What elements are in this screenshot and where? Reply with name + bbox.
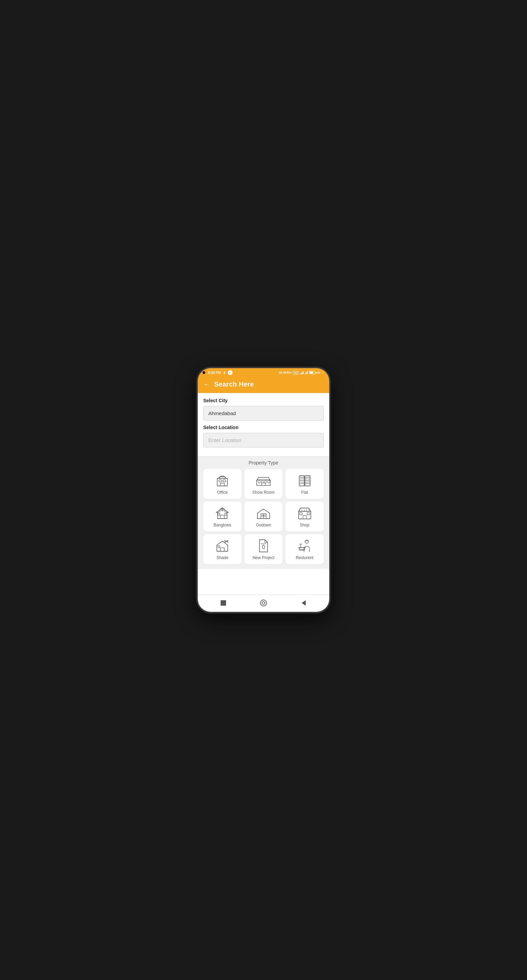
svg-rect-22 bbox=[220, 515, 224, 519]
city-input[interactable] bbox=[203, 406, 324, 421]
phone-frame: 8:00 PM ⬇ P 18.3KB/s 4G bbox=[197, 368, 330, 612]
property-card-newproject[interactable]: New Project bbox=[244, 534, 283, 564]
newproject-icon bbox=[256, 540, 271, 552]
property-card-godown[interactable]: Godown bbox=[244, 501, 283, 531]
svg-rect-15 bbox=[303, 482, 304, 484]
back-button[interactable]: ← bbox=[203, 380, 210, 388]
download-icon: ⬇ bbox=[223, 371, 226, 375]
property-card-shop[interactable]: Shop bbox=[285, 501, 324, 531]
svg-rect-14 bbox=[300, 482, 302, 484]
shade-icon bbox=[215, 540, 230, 552]
svg-rect-1 bbox=[219, 480, 221, 482]
svg-rect-11 bbox=[303, 477, 304, 479]
property-card-resturent[interactable]: Resturent bbox=[285, 534, 324, 564]
showroom-label: Show Room bbox=[252, 490, 274, 495]
property-card-office[interactable]: Office bbox=[203, 469, 242, 499]
svg-rect-33 bbox=[307, 513, 310, 515]
banglows-label: Banglows bbox=[213, 523, 231, 527]
property-type-section: Property Type bbox=[198, 457, 329, 569]
form-section: Select City Select Location bbox=[198, 393, 329, 456]
svg-rect-29 bbox=[264, 515, 265, 517]
nav-square-button[interactable] bbox=[218, 598, 228, 608]
svg-rect-10 bbox=[300, 477, 302, 479]
battery-icon: 44 ⚡ bbox=[309, 371, 325, 374]
property-type-label: Property Type bbox=[203, 460, 324, 466]
office-icon bbox=[215, 474, 230, 487]
shade-label: Shade bbox=[217, 555, 228, 560]
app-title: Search Here bbox=[214, 380, 254, 388]
phone-screen: 8:00 PM ⬇ P 18.3KB/s 4G bbox=[198, 368, 329, 612]
godown-icon bbox=[256, 507, 271, 519]
wifi-icon bbox=[305, 371, 308, 374]
svg-rect-18 bbox=[306, 480, 307, 481]
svg-rect-32 bbox=[299, 513, 302, 515]
location-label: Select Location bbox=[203, 425, 324, 430]
shop-label: Shop bbox=[300, 523, 309, 527]
svg-rect-17 bbox=[309, 477, 310, 479]
svg-rect-5 bbox=[261, 480, 263, 483]
svg-rect-6 bbox=[264, 480, 267, 483]
property-card-banglows[interactable]: Banglows bbox=[203, 501, 242, 531]
svg-rect-19 bbox=[309, 480, 310, 481]
resturent-label: Resturent bbox=[296, 555, 314, 560]
svg-rect-3 bbox=[257, 480, 270, 485]
property-card-flat[interactable]: Flat bbox=[285, 469, 324, 499]
status-right: 18.3KB/s 4G bbox=[279, 371, 325, 375]
flat-icon bbox=[297, 474, 312, 487]
svg-marker-48 bbox=[302, 600, 306, 606]
nav-home-button[interactable] bbox=[259, 598, 268, 608]
svg-rect-28 bbox=[262, 515, 263, 517]
svg-rect-30 bbox=[299, 511, 311, 519]
svg-rect-4 bbox=[258, 480, 260, 483]
property-card-shade[interactable]: Shade bbox=[203, 534, 242, 564]
svg-rect-16 bbox=[306, 477, 307, 479]
svg-point-47 bbox=[262, 601, 265, 605]
signal-icon bbox=[300, 371, 304, 374]
status-bar: 8:00 PM ⬇ P 18.3KB/s 4G bbox=[198, 368, 329, 376]
svg-rect-34 bbox=[220, 548, 224, 551]
resturent-icon bbox=[297, 540, 312, 552]
showroom-icon bbox=[256, 474, 271, 487]
svg-rect-21 bbox=[309, 482, 310, 484]
status-time: 8:00 PM bbox=[208, 371, 221, 375]
svg-rect-45 bbox=[221, 600, 226, 606]
main-content: Select City Select Location Property Typ… bbox=[198, 393, 329, 595]
property-grid: Office bbox=[203, 469, 324, 567]
location-input[interactable] bbox=[203, 433, 324, 447]
svg-rect-24 bbox=[225, 513, 227, 515]
network-speed: 18.3KB/s bbox=[279, 371, 291, 374]
newproject-label: New Project bbox=[253, 555, 275, 560]
office-label: Office bbox=[217, 490, 228, 495]
battery-level: 44 bbox=[317, 371, 320, 374]
svg-point-46 bbox=[260, 600, 267, 606]
nav-back-button[interactable] bbox=[299, 598, 309, 608]
shop-icon bbox=[297, 507, 312, 519]
banglows-icon bbox=[215, 507, 230, 519]
svg-rect-20 bbox=[306, 482, 307, 484]
network-type: 4G bbox=[293, 371, 299, 375]
svg-rect-23 bbox=[218, 513, 220, 515]
svg-rect-0 bbox=[217, 479, 228, 486]
svg-rect-13 bbox=[303, 480, 304, 481]
bottom-nav bbox=[198, 595, 329, 612]
status-left: 8:00 PM ⬇ P bbox=[202, 370, 232, 375]
camera-dot bbox=[202, 371, 205, 374]
flat-label: Flat bbox=[301, 490, 308, 495]
svg-rect-2 bbox=[223, 480, 226, 482]
city-label: Select City bbox=[203, 398, 324, 403]
svg-rect-7 bbox=[267, 480, 270, 483]
charging-icon: ⚡ bbox=[321, 371, 325, 374]
svg-rect-31 bbox=[303, 515, 306, 519]
app-header: ← Search Here bbox=[198, 376, 329, 393]
svg-rect-12 bbox=[300, 480, 302, 481]
parking-icon: P bbox=[228, 370, 232, 375]
svg-rect-35 bbox=[218, 546, 220, 547]
godown-label: Godown bbox=[256, 523, 271, 527]
property-card-showroom[interactable]: Show Room bbox=[244, 469, 283, 499]
